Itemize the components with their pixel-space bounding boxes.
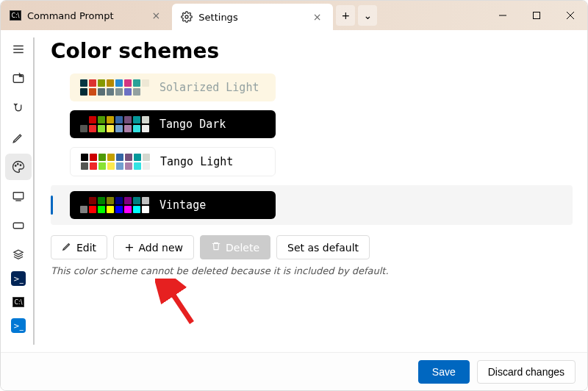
scheme-name: Vintage [159,198,206,212]
color-swatch [80,88,87,96]
scheme-row[interactable]: Tango Light [70,147,573,176]
color-swatch [133,79,140,87]
color-swatch-grid [80,116,149,132]
footer: Save Discard changes [1,352,587,390]
startup-icon[interactable] [5,65,32,92]
color-swatch [89,88,96,96]
color-swatch [98,162,106,170]
maximize-button[interactable] [520,1,553,30]
color-swatch [107,88,114,96]
color-swatch [98,88,105,96]
color-swatch [107,116,114,123]
svg-rect-12 [13,193,24,199]
color-swatch [143,162,150,170]
color-swatch [80,116,87,123]
interaction-icon[interactable] [5,95,32,121]
color-swatch [142,125,149,132]
titlebar: C:\ Command Prompt × Settings × + ⌄ [1,1,587,30]
color-swatch [107,206,114,213]
color-swatch [89,197,96,204]
color-swatch [124,125,132,132]
color-swatch [80,125,87,132]
color-swatch [81,162,88,170]
minimize-button[interactable] [486,1,520,30]
color-swatch [115,116,123,123]
add-new-button[interactable]: + Add new [113,235,194,259]
scheme-row[interactable]: Tango Dark [70,110,573,138]
menu-icon[interactable] [5,36,32,62]
scheme-card: Solarized Light [70,73,276,101]
color-swatch [98,125,105,132]
color-swatch [98,206,105,213]
color-swatch [90,154,97,161]
new-tab-button[interactable]: + [336,5,355,26]
color-swatch [107,197,114,204]
page-title: Color schemes [51,39,573,63]
color-swatch [89,125,96,132]
color-swatch [89,79,96,87]
actions-icon[interactable] [5,212,32,239]
color-swatch [107,79,114,87]
color-swatch [81,154,88,161]
color-swatch [143,154,150,161]
window-controls [486,1,587,30]
color-schemes-icon[interactable] [5,154,32,180]
color-swatch [90,162,97,170]
color-swatch-grid [80,197,149,213]
cmd-profile-icon[interactable]: C:\ [5,289,32,315]
tab-settings[interactable]: Settings × [172,4,333,30]
color-swatch [80,206,87,213]
azure-profile-icon[interactable]: >_ [11,318,26,333]
color-swatch [115,197,123,204]
color-swatch [142,79,149,87]
discard-button[interactable]: Discard changes [477,360,576,384]
color-swatch [134,154,141,161]
color-swatch [124,206,132,213]
edit-button[interactable]: Edit [51,235,107,259]
color-swatch [142,116,149,123]
svg-rect-2 [534,12,540,19]
scheme-row[interactable]: Vintage [51,185,573,225]
svg-rect-14 [13,223,24,229]
save-button[interactable]: Save [418,360,470,384]
color-swatch [124,116,132,123]
appearance-icon[interactable] [5,124,32,151]
gear-icon [181,11,193,23]
color-swatch [115,206,123,213]
color-swatch [116,162,123,170]
scheme-card: Tango Light [70,147,276,176]
color-swatch [142,206,149,213]
close-button[interactable] [553,1,587,30]
tab-label: Command Prompt [27,10,114,21]
scheme-name: Solarized Light [159,81,259,94]
color-swatch [89,116,96,123]
color-swatch [98,197,105,204]
tab-dropdown-button[interactable]: ⌄ [358,5,377,26]
svg-point-10 [18,164,19,165]
color-swatch [116,154,123,161]
profiles-icon[interactable] [5,242,32,268]
rendering-icon[interactable] [5,183,32,209]
close-icon[interactable]: × [149,8,164,23]
powershell-profile-icon[interactable]: >_ [11,271,26,286]
cmd-icon: C:\ [10,10,21,21]
tab-command-prompt[interactable]: C:\ Command Prompt × [1,1,172,30]
color-swatch [133,125,140,132]
color-swatch [124,79,132,87]
color-swatch [115,79,123,87]
color-swatch [125,154,132,161]
pencil-icon [62,241,72,254]
scheme-list: Solarized LightTango DarkTango LightVint… [70,73,573,225]
plus-icon: + [342,10,351,21]
tab-label: Settings [198,12,237,23]
action-row: Edit + Add new Delete Set as default [51,235,573,259]
scheme-row[interactable]: Solarized Light [70,73,573,101]
close-icon[interactable]: × [310,10,325,24]
scheme-card: Tango Dark [70,110,276,138]
color-swatch [107,154,115,161]
set-default-button[interactable]: Set as default [276,235,370,259]
color-swatch [133,116,140,123]
svg-point-0 [185,15,188,18]
color-swatch [98,79,105,87]
scheme-card: Vintage [70,191,276,219]
